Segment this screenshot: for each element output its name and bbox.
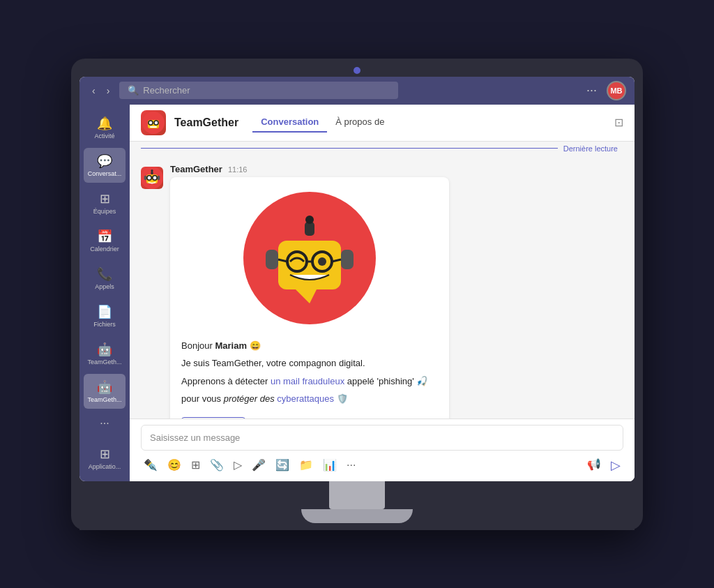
sidebar-item-teamgether1[interactable]: 🤖 TeamGeth... — [84, 336, 126, 371]
apps-icon: ⊞ — [100, 446, 110, 462]
last-read-label: Dernière lecture — [558, 144, 623, 153]
message-content: TeamGether 11:16 — [170, 164, 623, 419]
message-bot-svg — [141, 167, 163, 189]
stand-neck — [329, 481, 385, 509]
mic-icon[interactable]: 🎤 — [249, 455, 268, 474]
bot-avatar — [141, 110, 166, 135]
sidebar-item-applications[interactable]: ⊞ Applicatio... — [84, 441, 126, 476]
main-content: 🔔 Activité 💬 Conversat... ⊞ Équipes 📅 Ca… — [79, 105, 635, 481]
svg-point-2 — [149, 121, 153, 125]
more-toolbar-icon[interactable]: ··· — [344, 456, 358, 474]
folder-icon[interactable]: 📁 — [296, 455, 316, 474]
more-apps-dots[interactable]: ··· — [94, 412, 114, 435]
toolbar-right: 📢 ▷ — [584, 455, 623, 476]
svg-point-17 — [305, 216, 314, 224]
expand-button[interactable]: ⊡ — [614, 116, 623, 129]
sidebar-item-aide[interactable]: ❓ Aide — [84, 478, 126, 481]
sidebar-label-fichiers: Fichiers — [93, 321, 116, 328]
sidebar-label-appels: Appels — [95, 283, 114, 290]
tab-apropos[interactable]: À propos de — [327, 112, 393, 133]
bot-icon-2: 🤖 — [97, 379, 112, 395]
calls-icon: 📞 — [97, 266, 112, 282]
message-line1: Bonjour Mariam 😄 — [181, 339, 438, 353]
sidebar-item-conversations[interactable]: 💬 Conversat... — [84, 148, 126, 183]
title-bar-right: ··· MB — [582, 81, 626, 100]
chat-area: TeamGether Conversation À propos de ⊡ De… — [130, 105, 635, 481]
attach-icon[interactable]: 📎 — [207, 455, 227, 474]
sidebar-label-equipes: Équipes — [93, 208, 116, 215]
message-sender: TeamGether — [170, 164, 222, 174]
sidebar-label-calendrier: Calendrier — [90, 246, 119, 252]
send-button[interactable]: ▷ — [608, 455, 623, 476]
emoji-icon[interactable]: 😊 — [165, 455, 184, 474]
stand-base — [301, 509, 413, 523]
format-icon[interactable]: ✒️ — [141, 455, 160, 474]
sidebar-item-equipes[interactable]: ⊞ Équipes — [84, 186, 126, 220]
search-input[interactable] — [143, 85, 390, 96]
title-bar: ‹ › 🔍 ··· MB — [79, 77, 635, 105]
svg-point-3 — [154, 121, 158, 125]
back-button[interactable]: ‹ — [88, 82, 100, 99]
message-card: Bonjour Mariam 😄 Je suis TeamGether, vot… — [170, 177, 449, 419]
search-bar[interactable]: 🔍 — [119, 82, 398, 99]
message-line4: pour vous protéger des cyberattaques 🛡️ — [181, 392, 438, 406]
sidebar-label-conversations: Conversat... — [88, 170, 122, 177]
play-icon[interactable]: ▷ — [231, 455, 245, 474]
bot-avatar-image — [141, 110, 166, 135]
chat-header: TeamGether Conversation À propos de ⊡ — [130, 105, 635, 142]
files-icon: 📄 — [97, 304, 112, 319]
sidebar-item-calendrier[interactable]: 📅 Calendrier — [84, 223, 126, 258]
svg-point-7 — [147, 175, 151, 179]
sidebar-label-teamgether2: TeamGeth... — [87, 396, 121, 403]
chat-header-title: TeamGether — [174, 116, 238, 129]
calendar-icon: 📅 — [97, 229, 112, 244]
forward-button[interactable]: › — [102, 82, 114, 99]
svg-point-25 — [318, 257, 326, 266]
sidebar-label-applications: Applicatio... — [89, 463, 121, 470]
message-time: 11:16 — [228, 165, 248, 174]
message-avatar — [141, 167, 163, 189]
input-area: Saisissez un message ✒️ 😊 ⊞ 📎 ▷ 🎤 🔄 📁 📊 … — [130, 419, 635, 481]
message-line3: Apprenons à détecter un mail frauduleux … — [181, 375, 438, 389]
monitor-stand — [79, 481, 635, 530]
message-avatar-image — [141, 167, 163, 189]
more-options-button[interactable]: ··· — [582, 83, 601, 98]
chat-tabs: Conversation À propos de — [252, 112, 393, 133]
svg-rect-19 — [341, 250, 354, 269]
loop-icon[interactable]: ⊞ — [188, 455, 203, 474]
svg-rect-12 — [158, 175, 160, 179]
message-input-placeholder[interactable]: Saisissez un message — [141, 425, 623, 451]
message-group: TeamGether 11:16 — [141, 164, 623, 419]
activity-icon: 🔔 — [97, 116, 112, 131]
cyberattaques-link[interactable]: cyberattaques — [275, 393, 334, 404]
svg-rect-18 — [266, 250, 278, 269]
tab-conversation[interactable]: Conversation — [252, 112, 327, 133]
svg-point-8 — [153, 175, 157, 179]
chat-icon: 💬 — [97, 153, 112, 169]
frauduleux-link[interactable]: un mail frauduleux — [271, 376, 344, 386]
sidebar-label-teamgether1: TeamGeth... — [87, 359, 121, 365]
svg-point-10 — [151, 169, 153, 172]
nav-buttons: ‹ › — [88, 82, 114, 99]
sidebar: 🔔 Activité 💬 Conversat... ⊞ Équipes 📅 Ca… — [79, 105, 130, 481]
sidebar-item-fichiers[interactable]: 📄 Fichiers — [84, 299, 126, 333]
sidebar-item-activite[interactable]: 🔔 Activité — [84, 110, 126, 145]
last-read-bar: Dernière lecture — [130, 142, 635, 156]
input-toolbar: ✒️ 😊 ⊞ 📎 ▷ 🎤 🔄 📁 📊 ··· 📢 — [141, 455, 623, 476]
robot-illustration — [240, 188, 379, 328]
last-read-line — [141, 148, 558, 149]
sidebar-item-appels[interactable]: 📞 Appels — [84, 261, 126, 296]
urgent-icon[interactable]: 📢 — [584, 455, 604, 476]
message-meta: TeamGether 11:16 — [170, 164, 623, 174]
sidebar-item-teamgether2[interactable]: 🤖 TeamGeth... — [84, 374, 126, 409]
sidebar-label-activite: Activité — [94, 133, 114, 140]
bot-avatar-svg — [142, 112, 165, 134]
chart-icon[interactable]: 📊 — [320, 455, 340, 474]
message-line2: Je suis TeamGether, votre compagnon digi… — [181, 356, 438, 370]
bot-icon-1: 🤖 — [97, 342, 112, 357]
teams-icon: ⊞ — [100, 191, 110, 206]
search-icon: 🔍 — [128, 85, 139, 96]
svg-rect-11 — [144, 175, 146, 179]
schedule-icon[interactable]: 🔄 — [273, 455, 292, 474]
user-avatar[interactable]: MB — [607, 81, 626, 100]
